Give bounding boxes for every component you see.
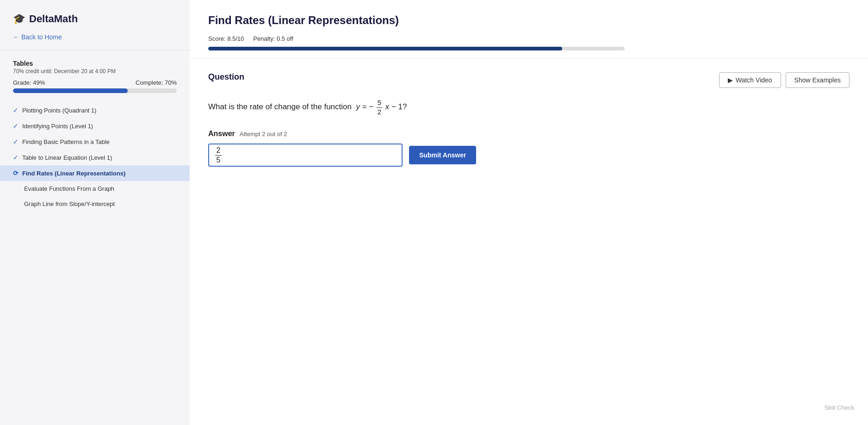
answer-label: Answer — [208, 130, 235, 138]
sidebar-item-finding-basic-patterns[interactable]: ✓ Finding Basic Patterns in a Table — [0, 134, 190, 150]
show-examples-label: Show Examples — [794, 76, 841, 84]
answer-input[interactable]: 2 5 — [208, 144, 403, 167]
question-formula: y = − 5 2 x − 1? — [354, 102, 407, 111]
sidebar-item-label: Find Rates (Linear Representations) — [22, 170, 125, 177]
page-title: Find Rates (Linear Representations) — [208, 14, 849, 27]
sidebar-item-label: Plotting Points (Quadrant 1) — [22, 107, 96, 114]
complete-label: Complete: 70% — [136, 79, 177, 86]
sidebar-section: Tables 70% credit until: December 20 at … — [0, 50, 190, 102]
check-icon: ✓ — [13, 138, 19, 145]
sidebar-item-label: Graph Line from Slope/Y-intercept — [24, 200, 115, 207]
question-text: What is the rate of change of the functi… — [208, 99, 849, 116]
spinner-icon: ⟳ — [13, 169, 19, 177]
sidebar-item-table-to-linear[interactable]: ✓ Table to Linear Equation (Level 1) — [0, 150, 190, 165]
sidebar-header: 🎓 DeltaMath ← Back to Home — [0, 0, 190, 50]
progress-bar — [13, 88, 177, 93]
check-icon: ✓ — [13, 106, 19, 114]
main-content: Find Rates (Linear Representations) Scor… — [190, 0, 868, 425]
grade-label: Grade: 49% — [13, 79, 45, 86]
watch-video-button[interactable]: ▶ Watch Video — [719, 72, 781, 88]
play-icon: ▶ — [728, 76, 733, 84]
attempt-text: Attempt 2 out of 2 — [240, 131, 287, 138]
question-text-prefix: What is the rate of change of the functi… — [208, 102, 352, 111]
progress-bar-fill — [13, 88, 128, 93]
answer-input-row: 2 5 Submit Answer — [208, 144, 849, 167]
sidebar-item-find-rates[interactable]: ⟳ Find Rates (Linear Representations) — [0, 165, 190, 181]
fraction-numerator: 2 — [215, 146, 222, 156]
sidebar-item-graph-line[interactable]: Graph Line from Slope/Y-intercept — [0, 196, 190, 212]
sidebar-item-plotting-points[interactable]: ✓ Plotting Points (Quadrant 1) — [0, 102, 190, 118]
question-label: Question — [208, 72, 244, 82]
section-subtitle: 70% credit until: December 20 at 4:00 PM — [13, 68, 177, 75]
score-progress-fill — [208, 47, 562, 50]
logo-icon: 🎓 — [13, 13, 25, 25]
back-to-home-link[interactable]: ← Back to Home — [13, 33, 177, 41]
fraction-denominator: 5 — [215, 156, 222, 164]
sidebar-item-label: Identifying Points (Level 1) — [22, 123, 93, 130]
question-header: Question ▶ Watch Video Show Examples — [208, 72, 849, 88]
skill-check-link[interactable]: Skill Check — [825, 404, 854, 411]
score-row: Score: 8.5/10 Penalty: 0.5 off — [208, 35, 849, 42]
score-text: Score: 8.5/10 — [208, 35, 244, 42]
sidebar-item-label: Evaluate Functions From a Graph — [24, 185, 114, 192]
question-area: Question ▶ Watch Video Show Examples Wha… — [190, 58, 868, 425]
answer-section: Answer Attempt 2 out of 2 2 5 Submit Ans… — [208, 130, 849, 167]
answer-label-row: Answer Attempt 2 out of 2 — [208, 130, 849, 138]
sidebar: 🎓 DeltaMath ← Back to Home Tables 70% cr… — [0, 0, 190, 425]
logo-text: DeltaMath — [29, 13, 78, 25]
check-icon: ✓ — [13, 122, 19, 130]
show-examples-button[interactable]: Show Examples — [786, 72, 849, 88]
fraction-display: 2 5 — [215, 146, 222, 164]
nav-items: ✓ Plotting Points (Quadrant 1) ✓ Identif… — [0, 102, 190, 212]
score-progress-bar — [208, 47, 625, 50]
penalty-text: Penalty: 0.5 off — [253, 35, 293, 42]
sidebar-item-label: Table to Linear Equation (Level 1) — [22, 154, 112, 161]
section-title: Tables — [13, 60, 177, 67]
sidebar-item-evaluate-functions[interactable]: Evaluate Functions From a Graph — [0, 181, 190, 196]
logo: 🎓 DeltaMath — [13, 13, 177, 25]
top-bar: Find Rates (Linear Representations) Scor… — [190, 0, 868, 58]
header-buttons: ▶ Watch Video Show Examples — [719, 72, 849, 88]
submit-answer-button[interactable]: Submit Answer — [409, 146, 476, 164]
sidebar-item-identifying-points[interactable]: ✓ Identifying Points (Level 1) — [0, 118, 190, 134]
grade-row: Grade: 49% Complete: 70% — [13, 79, 177, 86]
sidebar-item-label: Finding Basic Patterns in a Table — [22, 138, 110, 145]
watch-video-label: Watch Video — [736, 76, 772, 84]
check-icon: ✓ — [13, 154, 19, 161]
